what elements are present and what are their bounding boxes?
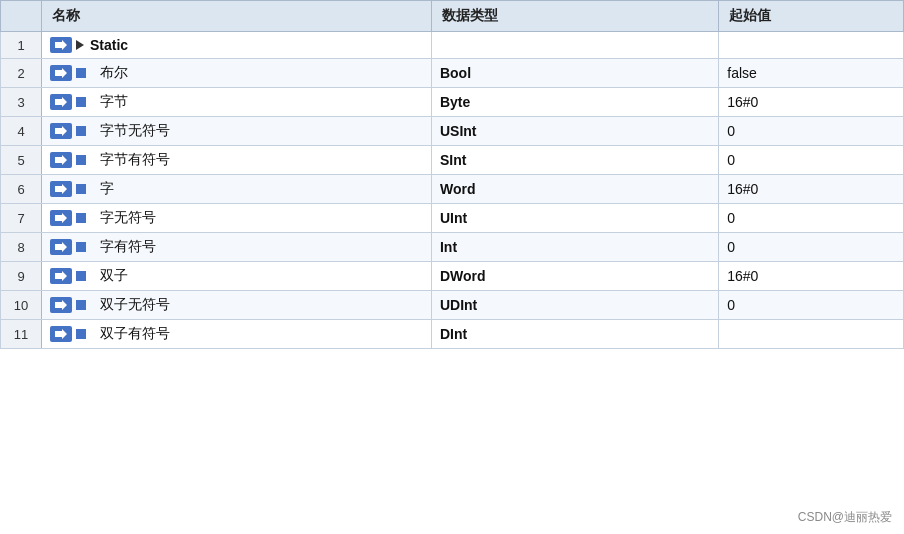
type-cell: USInt [431,117,718,146]
type-square-icon [76,329,86,339]
row-number: 9 [1,262,42,291]
type-square-icon [76,126,86,136]
type-cell: SInt [431,146,718,175]
row-name-label: 布尔 [100,64,128,82]
table-row: 5字节有符号SInt0 [1,146,904,175]
table-row: 7字无符号UInt0 [1,204,904,233]
svg-marker-10 [55,329,67,339]
init-cell: false [719,59,904,88]
db-icon [50,152,72,168]
row-number: 8 [1,233,42,262]
init-cell [719,32,904,59]
svg-marker-5 [55,184,67,194]
svg-marker-3 [55,126,67,136]
name-cell: 双子 [42,262,432,291]
table-header: 名称 数据类型 起始值 [1,1,904,32]
svg-marker-0 [55,40,67,50]
name-cell: 字有符号 [42,233,432,262]
db-icon [50,297,72,313]
row-number: 6 [1,175,42,204]
watermark: CSDN@迪丽热爱 [798,509,892,526]
row-number: 10 [1,291,42,320]
row-name-label: 双子有符号 [100,325,170,343]
row-name-label: Static [90,37,128,53]
db-icon [50,123,72,139]
type-square-icon [76,155,86,165]
init-cell [719,320,904,349]
type-square-icon [76,97,86,107]
name-cell: 字节无符号 [42,117,432,146]
type-cell: Bool [431,59,718,88]
table-row: 8字有符号Int0 [1,233,904,262]
type-square-icon [76,300,86,310]
row-name-label: 字有符号 [100,238,156,256]
svg-marker-8 [55,271,67,281]
type-square-icon [76,184,86,194]
row-number: 1 [1,32,42,59]
col-rownum [1,1,42,32]
type-square-icon [76,68,86,78]
row-number: 5 [1,146,42,175]
row-number: 7 [1,204,42,233]
db-icon [50,65,72,81]
svg-marker-2 [55,97,67,107]
col-name: 名称 [42,1,432,32]
type-cell: Byte [431,88,718,117]
init-cell: 16#0 [719,88,904,117]
col-init: 起始值 [719,1,904,32]
init-cell: 0 [719,204,904,233]
name-cell: 字 [42,175,432,204]
name-cell: 双子有符号 [42,320,432,349]
table-row: 11双子有符号DInt [1,320,904,349]
row-name-label: 字 [100,180,114,198]
type-cell: UDInt [431,291,718,320]
svg-marker-4 [55,155,67,165]
table-row: 4字节无符号USInt0 [1,117,904,146]
init-cell: 0 [719,146,904,175]
type-cell: UInt [431,204,718,233]
type-square-icon [76,213,86,223]
table-row: 3字节Byte16#0 [1,88,904,117]
db-icon [50,210,72,226]
row-name-label: 字节无符号 [100,122,170,140]
svg-marker-1 [55,68,67,78]
init-cell: 0 [719,233,904,262]
db-icon [50,239,72,255]
row-number: 3 [1,88,42,117]
init-cell: 0 [719,117,904,146]
type-cell [431,32,718,59]
db-icon [50,326,72,342]
expand-icon[interactable] [76,40,84,50]
col-type: 数据类型 [431,1,718,32]
db-icon [50,181,72,197]
row-name-label: 字节有符号 [100,151,170,169]
name-cell: 布尔 [42,59,432,88]
row-number: 2 [1,59,42,88]
name-cell: 字节有符号 [42,146,432,175]
row-number: 11 [1,320,42,349]
name-cell: 字节 [42,88,432,117]
type-square-icon [76,242,86,252]
init-cell: 0 [719,291,904,320]
db-icon [50,268,72,284]
name-cell: 字无符号 [42,204,432,233]
name-cell: 双子无符号 [42,291,432,320]
table-row: 2布尔Boolfalse [1,59,904,88]
type-cell: DInt [431,320,718,349]
init-cell: 16#0 [719,175,904,204]
table-row: 1Static [1,32,904,59]
type-square-icon [76,271,86,281]
row-name-label: 字节 [100,93,128,111]
table-row: 6字Word16#0 [1,175,904,204]
db-icon [50,94,72,110]
svg-marker-9 [55,300,67,310]
main-table: 名称 数据类型 起始值 1Static2布尔Boolfalse3字节Byte16… [0,0,904,349]
init-cell: 16#0 [719,262,904,291]
type-cell: Word [431,175,718,204]
row-name-label: 字无符号 [100,209,156,227]
row-number: 4 [1,117,42,146]
db-icon [50,37,72,53]
table-row: 10双子无符号UDInt0 [1,291,904,320]
table-row: 9双子DWord16#0 [1,262,904,291]
row-name-label: 双子无符号 [100,296,170,314]
